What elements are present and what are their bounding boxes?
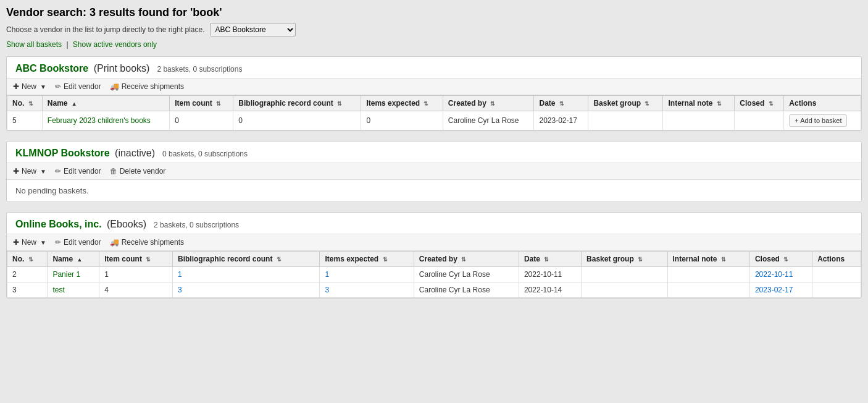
basket-no: 5 <box>7 111 43 130</box>
plus-icon: ✚ <box>13 82 19 91</box>
basket-items-expected: 0 <box>361 111 443 130</box>
basket-actions: + Add to basket <box>784 111 861 130</box>
basket-items-expected: 1 <box>320 267 414 282</box>
column-header-items-expected[interactable]: Items expected ⇅ <box>320 252 414 267</box>
bib-count-link[interactable]: 3 <box>178 286 182 294</box>
delete-vendor-button[interactable]: 🗑 Delete vendor <box>110 167 166 176</box>
basket-name-link[interactable]: February 2023 children's books <box>48 116 151 125</box>
basket-name[interactable]: test <box>48 282 99 298</box>
basket-date: 2022-10-14 <box>519 282 581 298</box>
closed-link[interactable]: 2023-02-17 <box>755 286 793 294</box>
table-row: 3test433Caroline Cyr La Rose2022-10-1420… <box>7 282 861 298</box>
basket-internal-note <box>663 111 735 130</box>
truck-icon: 🚚 <box>110 238 119 247</box>
new-button[interactable]: ✚ New ▼ <box>13 82 46 91</box>
sort-icon: ⇅ <box>559 101 564 107</box>
column-header-bibliographic-record-count[interactable]: Bibliographic record count ⇅ <box>173 252 320 267</box>
column-header-item-count[interactable]: Item count ⇅ <box>99 252 173 267</box>
closed-link[interactable]: 2022-10-11 <box>755 270 793 279</box>
items-expected-link[interactable]: 3 <box>325 286 329 294</box>
edit-vendor-button[interactable]: ✏ Edit vendor <box>55 82 101 91</box>
sort-icon: ⇅ <box>638 257 643 263</box>
truck-icon: 🚚 <box>110 82 119 91</box>
vendor-header-online-books: Online Books, inc. (Ebooks)2 baskets, 0 … <box>7 213 861 234</box>
basket-table: No. ⇅Name ▲Item count ⇅Bibliographic rec… <box>7 251 861 298</box>
vendor-toolbar-abc-bookstore: ✚ New ▼✏ Edit vendor🚚 Receive shipments <box>7 78 861 95</box>
basket-bib-count: 1 <box>173 267 320 282</box>
basket-items-expected: 3 <box>320 282 414 298</box>
column-header-no.[interactable]: No. ⇅ <box>7 252 48 267</box>
pencil-icon: ✏ <box>55 238 61 247</box>
vendor-name: KLMNOP Bookstore <box>15 148 110 158</box>
basket-created-by: Caroline Cyr La Rose <box>443 111 534 130</box>
basket-internal-note <box>667 282 749 298</box>
column-header-created-by[interactable]: Created by ⇅ <box>414 252 519 267</box>
column-header-name[interactable]: Name ▲ <box>42 96 169 111</box>
vendor-section-abc-bookstore: ABC Bookstore (Print books)2 baskets, 0 … <box>6 56 862 131</box>
column-header-name[interactable]: Name ▲ <box>48 252 99 267</box>
basket-name[interactable]: Panier 1 <box>48 267 99 282</box>
bib-count-link[interactable]: 1 <box>178 270 182 279</box>
show-active-vendors-link[interactable]: Show active vendors only <box>73 40 157 49</box>
vendor-toolbar-online-books: ✚ New ▼✏ Edit vendor🚚 Receive shipments <box>7 234 861 251</box>
column-header-created-by[interactable]: Created by ⇅ <box>443 96 534 111</box>
show-all-baskets-link[interactable]: Show all baskets <box>6 40 62 49</box>
basket-group <box>588 111 663 130</box>
trash-icon: 🗑 <box>110 167 117 176</box>
add-to-basket-button[interactable]: + Add to basket <box>789 114 847 127</box>
vendor-header-abc-bookstore: ABC Bookstore (Print books)2 baskets, 0 … <box>7 57 861 78</box>
vendor-select[interactable]: ABC BookstoreKLMNOP BookstoreOnline Book… <box>210 23 296 36</box>
column-header-basket-group[interactable]: Basket group ⇅ <box>582 252 667 267</box>
chooser-label: Choose a vendor in the list to jump dire… <box>6 25 205 34</box>
basket-table-wrapper: No. ⇅Name ▲Item count ⇅Bibliographic rec… <box>7 95 861 130</box>
new-button[interactable]: ✚ New ▼ <box>13 167 46 176</box>
vendor-header-klmnop-bookstore: KLMNOP Bookstore (inactive)0 baskets, 0 … <box>7 142 861 163</box>
column-header-closed[interactable]: Closed ⇅ <box>735 96 784 111</box>
basket-item-count: 4 <box>99 282 173 298</box>
column-header-actions: Actions <box>812 252 861 267</box>
column-header-closed[interactable]: Closed ⇅ <box>749 252 812 267</box>
column-header-internal-note[interactable]: Internal note ⇅ <box>667 252 749 267</box>
dropdown-arrow-icon: ▼ <box>40 239 46 246</box>
column-header-basket-group[interactable]: Basket group ⇅ <box>588 96 663 111</box>
edit-vendor-button[interactable]: ✏ Edit vendor <box>55 167 101 176</box>
dropdown-arrow-icon: ▼ <box>40 83 46 90</box>
edit-vendor-button[interactable]: ✏ Edit vendor <box>55 238 101 247</box>
basket-created-by: Caroline Cyr La Rose <box>414 267 519 282</box>
links-separator: | <box>66 40 68 49</box>
sort-icon: ⇅ <box>769 101 774 107</box>
plus-icon: ✚ <box>13 238 19 247</box>
column-header-bibliographic-record-count[interactable]: Bibliographic record count ⇅ <box>233 96 361 111</box>
sort-icon: ⇅ <box>216 101 221 107</box>
basket-closed <box>735 111 784 130</box>
column-header-no.[interactable]: No. ⇅ <box>7 96 43 111</box>
basket-closed: 2023-02-17 <box>749 282 812 298</box>
basket-name[interactable]: February 2023 children's books <box>42 111 169 130</box>
links-line: Show all baskets | Show active vendors o… <box>6 40 862 49</box>
column-header-internal-note[interactable]: Internal note ⇅ <box>663 96 735 111</box>
basket-created-by: Caroline Cyr La Rose <box>414 282 519 298</box>
receive-shipments-button[interactable]: 🚚 Receive shipments <box>110 82 184 91</box>
column-header-date[interactable]: Date ⇅ <box>519 252 581 267</box>
new-button[interactable]: ✚ New ▼ <box>13 238 46 247</box>
vendor-name: Online Books, inc. <box>15 219 102 229</box>
basket-name-link[interactable]: Panier 1 <box>52 270 80 279</box>
vendor-stats: 2 baskets, 0 subscriptions <box>157 65 242 74</box>
basket-item-count: 1 <box>99 267 173 282</box>
basket-date: 2022-10-11 <box>519 267 581 282</box>
receive-shipments-button[interactable]: 🚚 Receive shipments <box>110 238 184 247</box>
vendor-stats: 0 baskets, 0 subscriptions <box>162 150 248 158</box>
sort-icon: ⇅ <box>717 101 722 107</box>
column-header-items-expected[interactable]: Items expected ⇅ <box>361 96 443 111</box>
plus-icon: ✚ <box>13 167 19 176</box>
vendor-section-online-books: Online Books, inc. (Ebooks)2 baskets, 0 … <box>6 212 862 299</box>
basket-name-link[interactable]: test <box>52 286 64 294</box>
basket-internal-note <box>667 267 749 282</box>
column-header-date[interactable]: Date ⇅ <box>534 96 588 111</box>
column-header-item-count[interactable]: Item count ⇅ <box>170 96 233 111</box>
sort-icon: ⇅ <box>28 101 33 107</box>
sort-icon: ⇅ <box>383 257 388 263</box>
items-expected-link[interactable]: 1 <box>325 270 329 279</box>
column-header-actions: Actions <box>784 96 861 111</box>
basket-table: No. ⇅Name ▲Item count ⇅Bibliographic rec… <box>7 95 861 130</box>
